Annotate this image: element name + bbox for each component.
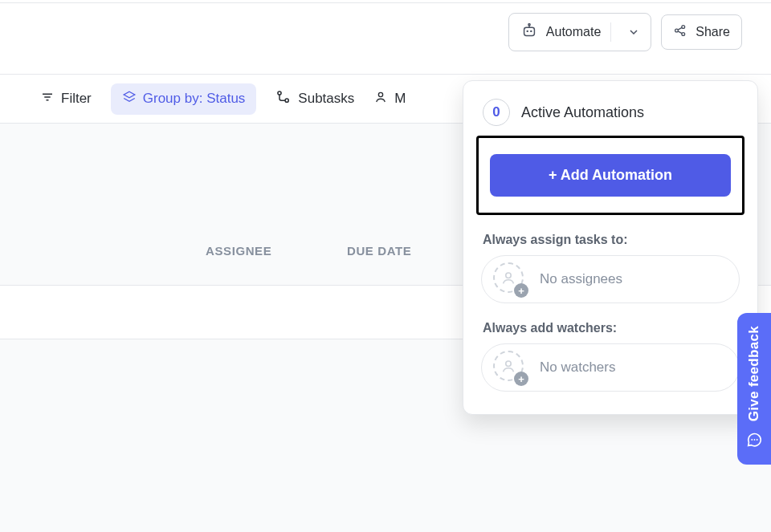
svg-point-15 <box>285 99 288 102</box>
filter-button[interactable]: Filter <box>40 90 92 108</box>
robot-icon <box>520 22 538 43</box>
chevron-down-icon <box>627 26 640 39</box>
svg-point-16 <box>379 92 383 96</box>
svg-point-7 <box>682 33 685 36</box>
share-button[interactable]: Share <box>661 14 742 50</box>
groupby-label: Group by: Status <box>143 91 246 107</box>
automate-chevron[interactable] <box>621 26 647 39</box>
top-divider <box>0 2 771 3</box>
panel-header: 0 Active Automations <box>476 95 744 136</box>
groupby-button[interactable]: Group by: Status <box>111 83 257 115</box>
add-automation-callout: + Add Automation <box>476 136 744 215</box>
subtasks-button[interactable]: Subtasks <box>275 89 354 109</box>
svg-point-14 <box>278 91 281 94</box>
button-divider <box>610 22 611 42</box>
give-feedback-button[interactable]: Give feedback <box>737 313 771 465</box>
column-due-date[interactable]: DUE DATE <box>347 244 411 258</box>
svg-rect-0 <box>524 27 534 35</box>
column-assignee[interactable]: ASSIGNEE <box>206 244 271 258</box>
svg-point-4 <box>528 24 530 26</box>
filter-icon <box>40 90 55 108</box>
automations-count: 0 <box>492 104 500 120</box>
plus-icon: + <box>514 372 528 386</box>
share-label: Share <box>696 25 730 39</box>
filter-label: Filter <box>61 91 92 107</box>
watchers-value: No watchers <box>540 359 615 376</box>
svg-point-2 <box>530 30 532 32</box>
assignees-value: No assignees <box>540 271 622 287</box>
svg-point-20 <box>754 439 756 441</box>
subtasks-icon <box>275 89 292 109</box>
assign-section-label: Always assign tasks to: <box>483 233 738 247</box>
person-icon <box>500 357 517 375</box>
svg-point-21 <box>757 439 758 441</box>
feedback-icon <box>745 431 763 452</box>
automations-title: Active Automations <box>521 104 644 121</box>
assignee-avatar-placeholder: + <box>493 262 527 296</box>
watchers-field[interactable]: + No watchers <box>481 343 740 392</box>
automations-panel: 0 Active Automations + Add Automation Al… <box>463 80 758 415</box>
subtasks-label: Subtasks <box>298 91 354 107</box>
person-icon <box>500 269 517 286</box>
me-label: M <box>394 91 406 107</box>
svg-marker-13 <box>124 91 135 98</box>
feedback-label: Give feedback <box>746 326 762 421</box>
svg-point-18 <box>506 361 511 366</box>
svg-point-17 <box>506 273 511 278</box>
plus-icon: + <box>514 283 528 298</box>
assignees-field[interactable]: + No assignees <box>481 255 740 303</box>
automate-label: Automate <box>546 25 601 39</box>
person-icon <box>373 90 388 108</box>
header-actions: Automate Share <box>508 13 742 51</box>
watcher-avatar-placeholder: + <box>493 351 527 384</box>
svg-line-8 <box>678 27 682 30</box>
add-automation-label: + Add Automation <box>549 167 672 183</box>
automate-button[interactable]: Automate <box>508 13 651 51</box>
share-icon <box>673 23 687 41</box>
svg-point-6 <box>682 26 685 29</box>
add-automation-button[interactable]: + Add Automation <box>490 154 731 197</box>
svg-point-19 <box>751 439 753 441</box>
me-button[interactable]: M <box>373 90 406 108</box>
automations-count-badge: 0 <box>483 99 510 126</box>
svg-line-9 <box>678 31 682 34</box>
svg-point-5 <box>675 29 679 32</box>
watchers-section-label: Always add watchers: <box>483 321 738 335</box>
layers-icon <box>122 90 137 108</box>
svg-point-1 <box>526 30 528 32</box>
